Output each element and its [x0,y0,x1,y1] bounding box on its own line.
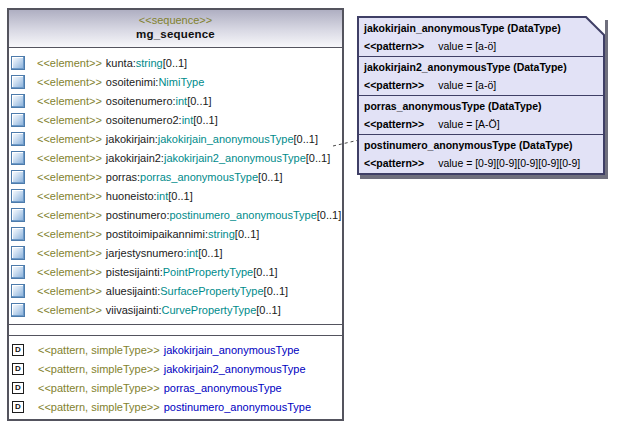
element-icon [11,56,25,70]
pattern-value: value = [a-ö] [438,40,496,52]
element-icon [11,284,25,298]
element-row[interactable]: <<element>>osoitenumero2:int[0..1] [9,110,342,129]
pattern-stereotype: <<pattern, simpleType>> [38,382,160,394]
element-type: jakokirjain_anonymousType [158,133,294,145]
element-stereotype: <<element>> [37,57,102,69]
element-stereotype: <<element>> [37,247,102,259]
elements-compartment: <<element>>kunta:string[0..1] <<element>… [9,48,342,324]
element-name: jakokirjain2: [106,152,164,164]
element-stereotype: <<element>> [37,228,102,240]
element-icon [11,303,25,317]
element-name: jakokirjain: [106,133,158,145]
pattern-row[interactable]: D<<pattern, simpleType>>jakokirjain_anon… [9,340,342,359]
element-cardinality: [0..1] [193,114,217,126]
simpletype-icon: D [12,363,24,375]
element-cardinality: [0..1] [163,57,187,69]
element-icon [11,75,25,89]
element-name: pistesijainti: [106,266,163,278]
pattern-name: porras_anonymousType [164,382,282,394]
element-type: string [136,57,163,69]
element-cardinality: [0..1] [258,171,282,183]
element-type: NimiType [158,76,204,88]
element-stereotype: <<element>> [37,133,102,145]
element-icon [11,151,25,165]
empty-compartment [9,324,342,336]
element-icon [11,246,25,260]
element-icon [11,208,25,222]
element-stereotype: <<element>> [37,209,102,221]
element-icon [11,94,25,108]
sequence-class-box[interactable]: <<sequence>> mg_sequence <<element>>kunt… [7,8,344,421]
element-row[interactable]: <<element>>kunta:string[0..1] [9,53,342,72]
element-row[interactable]: <<element>>viivasijainti:CurvePropertyTy… [9,300,342,319]
element-type: postinumero_anonymousType [169,209,316,221]
element-stereotype: <<element>> [37,190,102,202]
element-type: string [208,228,235,240]
element-type: int [182,114,194,126]
element-type: porras_anonymousType [140,171,258,183]
note-section[interactable]: postinumero_anonymousType (DataType) <<p… [359,135,603,173]
pattern-name: jakokirjain2_anonymousType [164,363,306,375]
class-stereotype: <<sequence>> [9,13,342,27]
element-name: kunta: [106,57,136,69]
datatype-title: porras_anonymousType (DataType) [359,96,603,115]
element-name: viivasijainti: [106,304,162,316]
note-section[interactable]: jakokirjain_anonymousType (DataType) <<p… [359,18,603,57]
element-type: int [157,190,169,202]
element-row[interactable]: <<element>>huoneisto:int[0..1] [9,186,342,205]
element-cardinality: [0..1] [306,152,330,164]
element-icon [11,132,25,146]
element-name: jarjestysnumero: [106,247,187,259]
element-name: aluesijainti: [106,285,160,297]
datatype-note-box[interactable]: jakokirjain_anonymousType (DataType) <<p… [357,16,605,175]
note-section[interactable]: porras_anonymousType (DataType) <<patter… [359,96,603,135]
datatype-title: jakokirjain2_anonymousType (DataType) [359,57,603,76]
element-cardinality: [0..1] [187,95,211,107]
element-row[interactable]: <<element>>jakokirjain:jakokirjain_anony… [9,129,342,148]
note-section[interactable]: jakokirjain2_anonymousType (DataType) <<… [359,57,603,96]
element-row[interactable]: <<element>>postinumero:postinumero_anony… [9,205,342,224]
element-cardinality: [0..1] [198,247,222,259]
element-cardinality: [0..1] [253,266,277,278]
element-type: SurfacePropertyType [160,285,263,297]
element-row[interactable]: <<element>>aluesijainti:SurfacePropertyT… [9,281,342,300]
element-name: postitoimipaikannimi: [106,228,208,240]
element-row[interactable]: <<element>>osoitenimi:NimiType [9,72,342,91]
pattern-row[interactable]: D<<pattern, simpleType>>porras_anonymous… [9,378,342,397]
pattern-name: postinumero_anonymousType [164,401,311,413]
element-type: CurvePropertyType [161,304,256,316]
pattern-row[interactable]: D<<pattern, simpleType>>jakokirjain2_ano… [9,359,342,378]
element-name: postinumero: [106,209,170,221]
element-cardinality: [0..1] [256,304,280,316]
element-icon [11,170,25,184]
element-type: int [187,247,199,259]
element-cardinality: [0..1] [168,190,192,202]
pattern-stereotype: <<pattern>> [364,79,424,91]
element-stereotype: <<element>> [37,266,102,278]
pattern-name: jakokirjain_anonymousType [164,344,300,356]
element-name: huoneisto: [106,190,157,202]
element-row[interactable]: <<element>>pistesijainti:PointPropertyTy… [9,262,342,281]
element-row[interactable]: <<element>>jarjestysnumero:int[0..1] [9,243,342,262]
pattern-stereotype: <<pattern>> [364,40,424,52]
element-stereotype: <<element>> [37,76,102,88]
element-type: PointPropertyType [163,266,254,278]
pattern-value: value = [0-9][0-9][0-9][0-9][0-9] [438,157,580,169]
pattern-stereotype: <<pattern, simpleType>> [38,344,160,356]
element-row[interactable]: <<element>>postitoimipaikannimi:string[0… [9,224,342,243]
class-name: mg_sequence [9,27,342,42]
class-box-header[interactable]: <<sequence>> mg_sequence [9,10,342,48]
element-stereotype: <<element>> [37,152,102,164]
element-stereotype: <<element>> [37,304,102,316]
element-icon [11,227,25,241]
element-row[interactable]: <<element>>jakokirjain2:jakokirjain2_ano… [9,148,342,167]
pattern-value: value = [A-Ö] [438,118,500,130]
element-row[interactable]: <<element>>porras:porras_anonymousType[0… [9,167,342,186]
pattern-row[interactable]: D<<pattern, simpleType>>postinumero_anon… [9,397,342,416]
patterns-compartment: D<<pattern, simpleType>>jakokirjain_anon… [9,336,342,419]
element-name: osoitenimi: [106,76,159,88]
note-fold-corner-icon [585,16,605,36]
datatype-title: postinumero_anonymousType (DataType) [359,135,603,154]
element-row[interactable]: <<element>>osoitenumero:int[0..1] [9,91,342,110]
datatype-title: jakokirjain_anonymousType (DataType) [359,18,603,37]
